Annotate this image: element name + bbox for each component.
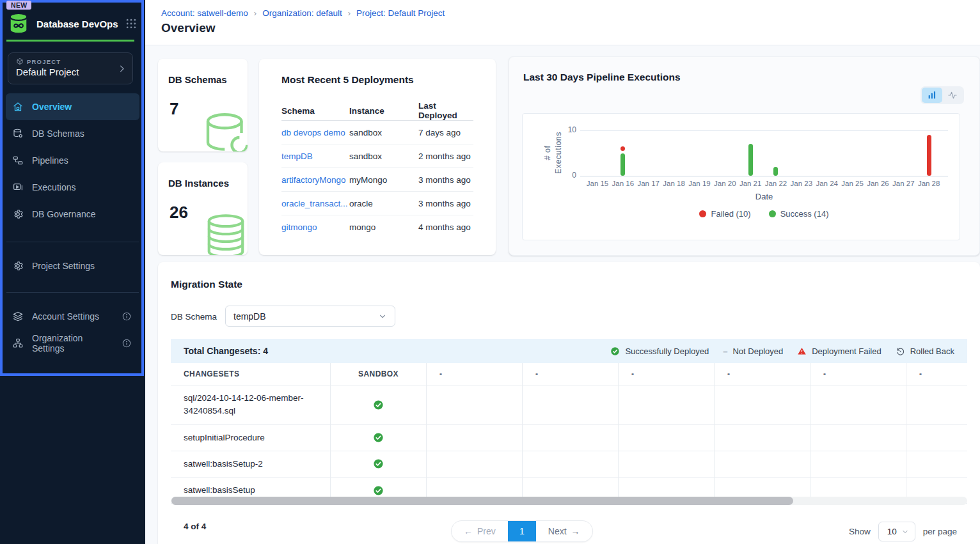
chart-bar-success[interactable]: [620, 153, 625, 176]
prev-page-button[interactable]: ← Prev: [452, 521, 508, 541]
deployments-title: Most Recent 5 Deployments: [281, 74, 496, 86]
column-header: -: [523, 363, 619, 385]
column-header: -: [715, 363, 810, 385]
breadcrumb-link[interactable]: Project: Default Project: [356, 8, 445, 18]
legend-item: Success (14): [769, 209, 829, 219]
sidebar-item-organization-settings[interactable]: Organization Settings: [6, 330, 139, 357]
new-badge: NEW: [6, 1, 31, 10]
empty-cell: [619, 425, 715, 451]
sidebar-divider: [6, 242, 139, 242]
right-arrow-icon: →: [571, 526, 580, 536]
schema-link[interactable]: db devops demo: [281, 128, 345, 137]
x-axis-label: Date: [580, 192, 948, 201]
x-tick-label: Jan 16: [609, 180, 637, 187]
status-legend-label: Successfully Deployed: [625, 346, 709, 356]
empty-cell: [523, 385, 619, 425]
x-tick-label: Jan 18: [660, 180, 688, 187]
sidebar-item-pipelines[interactable]: Pipelines: [6, 147, 139, 174]
x-tick-label: Jan 15: [583, 180, 612, 187]
chart-type-toggle: [921, 86, 964, 104]
status-cell: [331, 425, 427, 451]
page-number-button[interactable]: 1: [508, 521, 536, 541]
apps-grid-icon[interactable]: [125, 17, 138, 30]
last-deployed-cell: 3 months ago: [418, 175, 473, 185]
gridline: [580, 130, 948, 131]
x-tick-label: Jan 20: [711, 180, 739, 187]
x-tick-label: Jan 25: [839, 180, 867, 187]
chevron-down-icon: [378, 312, 387, 321]
y-tick-label: 10: [549, 125, 576, 134]
sidebar-item-account-settings[interactable]: Account Settings: [6, 303, 139, 330]
empty-cell: [906, 385, 967, 425]
empty-cell: [906, 451, 967, 478]
status-legend-label: Deployment Failed: [812, 346, 881, 356]
changesets-table: CHANGESETSSANDBOX------sql/2024-10-14-12…: [171, 363, 967, 504]
column-header: -: [906, 363, 967, 385]
column-header: Last Deployed: [418, 101, 473, 120]
schema-link[interactable]: artifactoryMongo: [281, 175, 346, 185]
last-deployed-cell: 3 months ago: [418, 199, 473, 208]
info-icon[interactable]: [122, 338, 132, 348]
empty-cell: [810, 385, 906, 425]
breadcrumb-link[interactable]: Organization: default: [262, 8, 342, 18]
instance-cell: mongo: [349, 222, 418, 232]
status-legend: Successfully Deployed–Not DeployedDeploy…: [610, 346, 954, 356]
schema-link[interactable]: oracle_transact...: [281, 199, 348, 208]
chart-title: Last 30 Days Pipeline Executions: [523, 72, 979, 83]
breadcrumb: Account: satwell-demo›Organization: defa…: [161, 8, 980, 18]
sidebar-item-db-governance[interactable]: DB Governance: [6, 201, 139, 228]
last-deployed-cell: 2 months ago: [418, 152, 473, 161]
page-size-select[interactable]: 10: [878, 522, 915, 541]
chart-bar-success[interactable]: [748, 144, 753, 176]
breadcrumb-link[interactable]: Account: satwell-demo: [161, 8, 248, 18]
sidebar-item-label: Project Settings: [32, 261, 95, 271]
next-page-button[interactable]: Next →: [536, 521, 592, 541]
y-tick-label: 0: [549, 171, 576, 180]
success-check-icon: [373, 458, 384, 469]
legend-label: Success (14): [780, 209, 829, 219]
line-chart-icon[interactable]: [942, 88, 963, 103]
column-header: CHANGESETS: [171, 363, 331, 385]
column-header: Schema: [281, 106, 349, 116]
schema-link[interactable]: tempDB: [281, 152, 313, 161]
db-schema-select[interactable]: tempDB: [225, 306, 395, 327]
play-box-icon: [12, 182, 24, 193]
legend-dot-icon: [699, 210, 706, 217]
sidebar-item-db-schemas[interactable]: DB Schemas: [6, 120, 139, 147]
x-tick-label: Jan 26: [864, 180, 892, 187]
dash-icon: –: [723, 346, 727, 356]
x-tick-label: Jan 21: [736, 180, 764, 187]
chevron-right-icon: [117, 64, 127, 74]
db-schema-label: DB Schema: [171, 312, 217, 322]
topbar: Account: satwell-demo›Organization: defa…: [145, 0, 980, 45]
chart-legend: Failed (10)Success (14): [580, 209, 948, 219]
pipeline-icon: [12, 155, 24, 166]
warning-triangle-icon: [797, 346, 807, 356]
pipeline-chart-plot: # of Executions Date Failed (10)Success …: [522, 113, 960, 240]
project-cube-icon: [16, 58, 24, 65]
db-schema-value: tempDB: [233, 311, 266, 322]
empty-cell: [619, 385, 715, 425]
sidebar-item-project-settings[interactable]: Project Settings: [6, 253, 139, 279]
chart-bar-success[interactable]: [773, 167, 778, 176]
info-icon[interactable]: [122, 311, 132, 322]
chart-bar-failed[interactable]: [620, 146, 625, 151]
content: DB Schemas 7 DB Instances 26 Most Recent…: [145, 45, 980, 544]
sidebar-nav-tertiary: Account SettingsOrganization Settings: [0, 303, 145, 357]
schema-link[interactable]: gitmongo: [281, 222, 317, 232]
changeset-name-cell: sql/2024-10-14-12-06-member-34240854.sql: [171, 385, 331, 425]
x-tick-label: Jan 23: [787, 180, 816, 187]
legend-dot-icon: [769, 210, 776, 217]
sidebar-item-executions[interactable]: Executions: [6, 174, 139, 201]
app-title: Database DevOps: [36, 19, 125, 29]
horizontal-scrollbar-thumb[interactable]: [171, 497, 793, 505]
bar-chart-icon[interactable]: [922, 88, 942, 103]
changeset-row: satwell:basisSetup-2: [171, 451, 967, 478]
chart-bar-failed[interactable]: [927, 135, 931, 176]
sidebar-item-overview[interactable]: Overview: [6, 93, 139, 120]
empty-cell: [619, 451, 715, 478]
project-selector[interactable]: PROJECT Default Project: [8, 52, 133, 84]
row-count: 4 of 4: [184, 522, 206, 531]
sidebar-item-label: Overview: [32, 102, 72, 112]
horizontal-scrollbar-track[interactable]: [171, 497, 967, 505]
